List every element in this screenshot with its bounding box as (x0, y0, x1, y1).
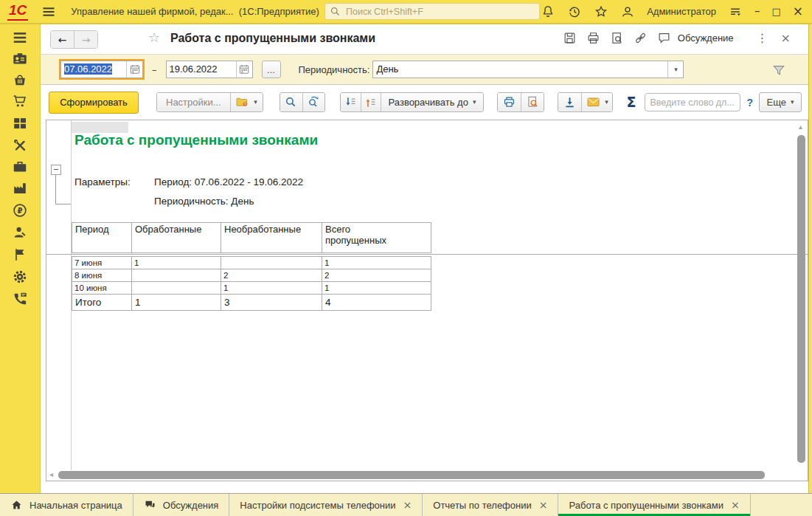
get-link-icon[interactable] (634, 31, 648, 45)
history-icon[interactable] (567, 4, 582, 19)
send-email-button[interactable]: ▾ (581, 93, 612, 111)
scroll-left-icon[interactable]: ◂ (49, 471, 53, 478)
discussion-label[interactable]: Обсуждение (678, 32, 734, 44)
horizontal-scrollbar-thumb[interactable] (58, 471, 765, 479)
back-button[interactable]: ← (51, 31, 74, 48)
help-icon[interactable]: ? (746, 97, 753, 109)
filter-funnel-icon[interactable] (771, 63, 786, 78)
date-to-field[interactable]: 19.06.2022 (166, 61, 253, 78)
print-report-icon[interactable] (498, 93, 521, 111)
expand-groups-icon[interactable] (341, 93, 361, 111)
date-range-dash: – (152, 65, 157, 75)
tab-close-icon[interactable]: × (403, 500, 412, 510)
date-from-field[interactable]: 07.06.2022 (60, 61, 143, 78)
minimize-button[interactable]: – (754, 6, 760, 17)
sidebar-item-warehouse[interactable] (12, 115, 28, 131)
form-header: ← → ☆ Работа с пропущенными звонками Обс… (41, 24, 808, 54)
maximize-button[interactable]: □ (771, 7, 780, 16)
sidebar-item-staff[interactable] (12, 224, 28, 241)
group-collapse-button[interactable]: − (51, 165, 61, 175)
sidebar-item-section-menu[interactable] (12, 30, 28, 46)
window-close-button[interactable]: × (793, 5, 803, 18)
sidebar-item-services[interactable] (12, 137, 28, 154)
print-preview-icon[interactable] (610, 31, 624, 45)
user-name[interactable]: Администратор (647, 6, 716, 17)
sidebar-item-production[interactable] (12, 180, 28, 196)
window-titlebar: 1С Управление нашей фирмой, редак... (1С… (0, 0, 812, 24)
notifications-bell-icon[interactable] (541, 4, 555, 19)
main-menu-icon[interactable] (41, 4, 56, 19)
period-more-button[interactable]: ... (262, 61, 281, 78)
table-row: 7 июня 1 1 (72, 257, 431, 269)
save-file-icon[interactable] (558, 93, 581, 111)
home-icon (10, 499, 23, 512)
page-title: Работа с пропущенными звонками (170, 32, 375, 45)
discussion-icon[interactable] (657, 31, 671, 45)
combobox-dropdown-button[interactable]: ▾ (667, 61, 683, 78)
sidebar-item-sales[interactable] (12, 72, 28, 88)
print-icon[interactable] (586, 31, 600, 45)
expand-to-button[interactable]: Разворачивать до ▾ (381, 93, 484, 111)
print-button-group (497, 92, 544, 112)
grouping-button-group: Разворачивать до ▾ (340, 92, 485, 112)
settings-button[interactable]: Настройки... (157, 93, 230, 111)
report-variants-button[interactable]: ▾ (230, 93, 263, 111)
autosum-icon[interactable]: Σ (626, 95, 636, 109)
tab-missed-calls-report[interactable]: Работа с пропущенными звонками × (558, 494, 750, 516)
favorites-star-icon[interactable] (594, 4, 608, 19)
preview-report-icon[interactable] (521, 93, 544, 111)
tab-close-icon[interactable]: × (731, 500, 740, 510)
frozen-rows-separator (46, 254, 808, 255)
report-title: Работа с пропущенными звонками (74, 132, 318, 148)
more-actions-button[interactable]: Еще ▾ (759, 92, 802, 112)
date-from-value[interactable]: 07.06.2022 (61, 61, 126, 78)
dropdown-arrow-icon: ▾ (791, 99, 794, 106)
tab-close-icon[interactable]: × (539, 500, 548, 510)
global-search-box[interactable] (325, 3, 540, 20)
report-table-body: 7 июня 1 1 8 июня 2 2 10 июня 1 1 Итого … (72, 256, 431, 311)
find-button-group (280, 92, 325, 112)
user-icon[interactable] (620, 4, 635, 19)
date-to-value[interactable]: 19.06.2022 (167, 61, 236, 78)
column-header: Необработанные (221, 223, 322, 253)
collapse-groups-icon[interactable] (361, 93, 381, 111)
calendar-icon[interactable] (236, 61, 252, 78)
periodicity-label: Периодичность: (299, 64, 370, 75)
sidebar-item-crm[interactable] (12, 51, 28, 67)
group-bracket-line (55, 175, 56, 204)
global-search-input[interactable] (344, 6, 535, 18)
sidebar-item-company[interactable] (12, 247, 28, 263)
tab-telephony-settings[interactable]: Настройки подсистемы телефонии × (229, 494, 423, 516)
find-next-icon[interactable] (302, 93, 325, 111)
service-menu-icon[interactable] (728, 4, 743, 19)
add-favorite-star-icon[interactable]: ☆ (148, 31, 160, 44)
save-icon[interactable] (563, 31, 577, 45)
sidebar-item-works[interactable] (12, 159, 28, 175)
tab-home[interactable]: Начальная страница (0, 494, 133, 516)
report-result-area: Работа с пропущенными звонками − Парамет… (46, 120, 808, 481)
report-search-input[interactable] (645, 93, 740, 111)
parameter-periodicity: Периодичность: День (154, 196, 254, 207)
sidebar-item-settings[interactable] (12, 269, 28, 285)
generate-report-button[interactable]: Сформировать (49, 92, 139, 114)
table-row: 8 июня 2 2 (72, 269, 431, 282)
vertical-scrollbar-thumb[interactable] (797, 135, 805, 463)
tab-discussions[interactable]: Обсуждения (133, 494, 230, 516)
more-menu-icon[interactable]: ⋮ (757, 32, 768, 44)
sidebar-item-purchases[interactable] (12, 93, 28, 109)
spreadsheet-header-cell (72, 122, 128, 133)
group-bracket-line (55, 204, 71, 204)
window-right-edge (808, 24, 812, 493)
periodicity-combobox[interactable]: День ▾ (372, 61, 684, 78)
find-icon[interactable] (280, 93, 302, 111)
forward-button[interactable]: → (74, 31, 97, 48)
periodicity-value[interactable]: День (373, 61, 667, 78)
1c-logo-icon: 1С (7, 2, 28, 21)
form-close-icon[interactable]: × (781, 32, 791, 44)
svg-text:₽: ₽ (17, 207, 22, 215)
tab-telephony-reports[interactable]: Отчеты по телефонии × (423, 494, 558, 516)
scroll-up-icon[interactable]: ▴ (799, 123, 802, 131)
sidebar-item-telephony[interactable] (12, 291, 28, 307)
sidebar-item-money[interactable]: ₽ (12, 202, 28, 219)
calendar-icon[interactable] (126, 61, 142, 78)
